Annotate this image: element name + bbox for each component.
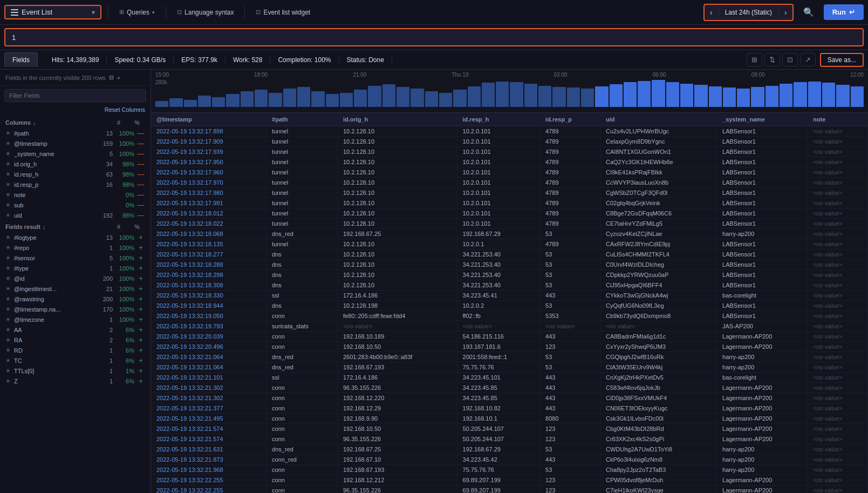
- field-row[interactable]: ★ @timestamp 159 100% —: [0, 138, 151, 148]
- field-star-icon[interactable]: ★: [5, 377, 12, 384]
- table-cell[interactable]: 2022-05-19 13:32:18.135: [151, 239, 266, 249]
- field-row[interactable]: ★ @id 200 100% +: [0, 273, 151, 283]
- field-row[interactable]: ★ _system_name 5 100% —: [0, 148, 151, 159]
- run-button[interactable]: Run ↵: [824, 4, 864, 20]
- field-action-minus-icon[interactable]: —: [136, 139, 145, 147]
- table-cell[interactable]: 2022-05-19 13:32:18.288: [151, 260, 266, 270]
- table-cell[interactable]: 2022-05-19 13:32:20.496: [151, 342, 266, 352]
- table-cell[interactable]: 2022-05-19 13:32:21.377: [151, 403, 266, 414]
- field-action-plus-icon[interactable]: +: [136, 295, 145, 303]
- table-cell[interactable]: 2022-05-19 13:32:17.939: [151, 147, 266, 157]
- field-row[interactable]: ★ RA 2 6% +: [0, 335, 151, 345]
- field-action-minus-icon[interactable]: —: [136, 160, 145, 168]
- field-row[interactable]: ★ AA 2 6% +: [0, 325, 151, 335]
- sort-icon-button[interactable]: ⇅: [764, 53, 780, 66]
- table-cell[interactable]: 2022-05-19 13:32:21.101: [151, 373, 266, 383]
- table-cell[interactable]: 2022-05-19 13:32:17.980: [151, 188, 266, 198]
- field-star-icon[interactable]: ★: [5, 244, 12, 251]
- field-star-icon[interactable]: ★: [5, 295, 12, 302]
- table-cell[interactable]: 2022-05-19 13:32:21.064: [151, 352, 266, 362]
- add-field-icon[interactable]: +: [117, 75, 120, 81]
- table-cell[interactable]: 2022-05-19 13:32:18.068: [151, 229, 266, 239]
- field-action-plus-icon[interactable]: +: [136, 305, 145, 313]
- field-row[interactable]: ★ uid 192 98% —: [0, 210, 151, 220]
- filter-icon[interactable]: ⊟: [109, 74, 114, 81]
- field-star-icon[interactable]: ★: [5, 347, 12, 354]
- table-cell[interactable]: 2022-05-19 13:32:21.495: [151, 414, 266, 424]
- field-row[interactable]: ★ id.orig_h 34 98% —: [0, 159, 151, 169]
- field-row[interactable]: ★ Z 1 6% +: [0, 376, 151, 386]
- field-action-plus-icon[interactable]: +: [136, 254, 145, 262]
- field-action-plus-icon[interactable]: +: [136, 233, 145, 241]
- field-action-plus-icon[interactable]: +: [136, 377, 145, 385]
- queries-button[interactable]: ⊞ Queries ▾: [115, 6, 159, 18]
- field-action-plus-icon[interactable]: +: [136, 346, 145, 354]
- field-action-minus-icon[interactable]: —: [136, 201, 145, 209]
- table-cell[interactable]: 2022-05-19 13:32:21.064: [151, 362, 266, 373]
- field-star-icon[interactable]: ★: [5, 306, 12, 313]
- field-row[interactable]: ★ sub 0% —: [0, 200, 151, 210]
- field-row[interactable]: ★ #type 1 100% +: [0, 263, 151, 273]
- table-cell[interactable]: 2022-05-19 13:32:18.277: [151, 249, 266, 260]
- reset-columns-button[interactable]: Reset Columns: [0, 105, 151, 116]
- table-cell[interactable]: 2022-05-19 13:32:21.873: [151, 455, 266, 465]
- field-action-plus-icon[interactable]: +: [136, 356, 145, 364]
- table-col-header[interactable]: id.orig_h: [337, 113, 457, 126]
- table-col-header[interactable]: uid: [600, 113, 716, 126]
- table-cell[interactable]: 2022-05-19 13:32:17.909: [151, 137, 266, 147]
- table-cell[interactable]: 2022-05-19 13:32:18.308: [151, 280, 266, 291]
- share-icon-button[interactable]: ⊡: [782, 53, 798, 66]
- field-row[interactable]: ★ @rawstring 200 100% +: [0, 294, 151, 304]
- field-star-icon[interactable]: ★: [5, 140, 12, 147]
- field-action-minus-icon[interactable]: —: [136, 129, 145, 137]
- field-star-icon[interactable]: ★: [5, 150, 12, 157]
- field-star-icon[interactable]: ★: [5, 265, 12, 272]
- field-action-plus-icon[interactable]: +: [136, 285, 145, 293]
- field-star-icon[interactable]: ★: [5, 212, 12, 219]
- table-col-header[interactable]: _system_name: [717, 113, 808, 126]
- table-container[interactable]: @timestamp#pathid.orig_hid.resp_hid.resp…: [151, 113, 868, 493]
- field-star-icon[interactable]: ★: [5, 201, 12, 208]
- table-cell[interactable]: 2022-05-19 13:32:22.255: [151, 475, 266, 485]
- language-syntax-button[interactable]: ⊡ Language syntax: [173, 6, 238, 18]
- table-cell[interactable]: 2022-05-19 13:32:22.255: [151, 485, 266, 494]
- columns-sort-icon[interactable]: ↓: [33, 119, 36, 126]
- field-star-icon[interactable]: ★: [5, 285, 12, 292]
- fields-result-sort-icon[interactable]: ↓: [43, 224, 46, 230]
- field-star-icon[interactable]: ★: [5, 275, 12, 282]
- table-cell[interactable]: 2022-05-19 13:32:17.960: [151, 167, 266, 178]
- time-next-button[interactable]: ›: [779, 5, 792, 20]
- field-action-plus-icon[interactable]: +: [136, 315, 145, 323]
- columns-icon-button[interactable]: ⊞: [747, 53, 762, 66]
- field-star-icon[interactable]: ★: [5, 316, 12, 323]
- field-star-icon[interactable]: ★: [5, 336, 12, 343]
- field-row[interactable]: ★ @ingesttimest... 21 100% +: [0, 283, 151, 294]
- table-cell[interactable]: 2022-05-19 13:32:21.574: [151, 434, 266, 444]
- field-row[interactable]: ★ #logtype 13 100% +: [0, 232, 151, 242]
- table-col-header[interactable]: @timestamp: [151, 113, 266, 126]
- export-icon-button[interactable]: ↗: [800, 53, 816, 66]
- field-row[interactable]: ★ id.resp_p 16 98% —: [0, 179, 151, 190]
- search-icon-button[interactable]: 🔍: [798, 4, 819, 21]
- field-star-icon[interactable]: ★: [5, 181, 12, 188]
- filter-fields-input[interactable]: [4, 89, 146, 102]
- table-cell[interactable]: 2022-05-19 13:32:18.330: [151, 291, 266, 301]
- field-action-plus-icon[interactable]: +: [136, 244, 145, 252]
- table-col-header[interactable]: note: [808, 113, 868, 126]
- field-row[interactable]: ★ #path 13 100% —: [0, 128, 151, 138]
- table-cell[interactable]: 2022-05-19 13:32:21.302: [151, 383, 266, 393]
- time-prev-button[interactable]: ‹: [705, 5, 718, 20]
- field-action-minus-icon[interactable]: —: [136, 180, 145, 188]
- table-cell[interactable]: 2022-05-19 13:32:17.970: [151, 178, 266, 188]
- field-star-icon[interactable]: ★: [5, 367, 12, 374]
- field-row[interactable]: ★ TC 1 6% +: [0, 355, 151, 366]
- field-star-icon[interactable]: ★: [5, 171, 12, 178]
- table-col-header[interactable]: #path: [266, 113, 338, 126]
- table-cell[interactable]: 2022-05-19 13:32:20.039: [151, 332, 266, 342]
- field-action-plus-icon[interactable]: +: [136, 274, 145, 282]
- field-star-icon[interactable]: ★: [5, 234, 12, 241]
- field-row[interactable]: ★ #repo 1 100% +: [0, 242, 151, 253]
- field-action-minus-icon[interactable]: —: [136, 191, 145, 199]
- field-action-plus-icon[interactable]: +: [136, 326, 145, 334]
- field-row[interactable]: ★ TTLs[0] 1 1% +: [0, 366, 151, 376]
